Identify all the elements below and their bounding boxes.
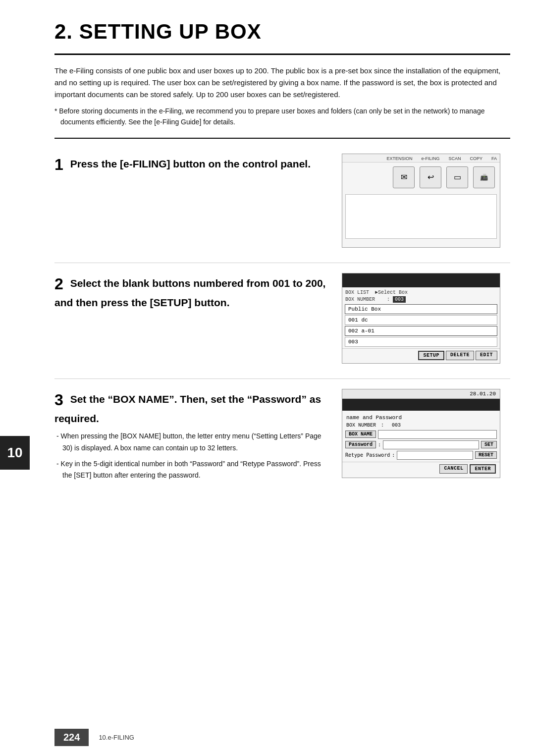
- panel3-retype-row: Retype Password : RESET: [345, 451, 497, 460]
- cancel-button[interactable]: CANCEL: [439, 464, 468, 474]
- step-1-heading: 1 Press the [e-FILING] button on the con…: [54, 154, 327, 176]
- step-2-panel: BOX LIST ►Select Box BOX NUMBER : 003 Pu…: [342, 273, 510, 364]
- label-copy: COPY: [470, 156, 482, 161]
- footer-label: 10.e-FILING: [99, 734, 134, 741]
- box-item-public[interactable]: Public Box: [345, 304, 497, 314]
- efiling-button[interactable]: ✉: [393, 166, 415, 188]
- intro-note: * Before storing documents in the e-Fili…: [54, 106, 510, 128]
- box-item-002[interactable]: 002 a-01: [345, 326, 497, 336]
- step-3-bullet-1: When pressing the [BOX NAME] button, the…: [54, 431, 327, 454]
- label-extension: EXTENSION: [386, 156, 412, 161]
- box-name-input[interactable]: [378, 430, 497, 439]
- box-list-panel: BOX LIST ►Select Box BOX NUMBER : 003 Pu…: [342, 273, 500, 364]
- page-title: 2. SETTING UP BOX: [54, 20, 510, 44]
- set-button[interactable]: SET: [481, 441, 497, 448]
- box-name-button[interactable]: BOX NAME: [345, 431, 376, 438]
- box-item-001[interactable]: 001 dc: [345, 315, 497, 325]
- title-rule: [54, 54, 510, 55]
- panel3-date: 28.01.20: [470, 391, 496, 397]
- step-3-number: 3: [54, 391, 63, 409]
- box-number-row: BOX NUMBER : 003: [342, 296, 500, 303]
- step-3-panel: 28.01.20 name and Password BOX NUMBER : …: [342, 389, 510, 478]
- step-3-heading-text: Set the “BOX NAME”. Then, set the “Passw…: [54, 393, 321, 424]
- step-1-heading-text: Press the [e-FILING] button on the contr…: [70, 158, 311, 169]
- reset-button[interactable]: RESET: [475, 451, 497, 459]
- step-2-left: 2 Select the blank buttons numbered from…: [54, 273, 327, 315]
- step-3-container: 3 Set the “BOX NAME”. Then, set the “Pas…: [54, 389, 510, 486]
- password-input[interactable]: [383, 440, 479, 449]
- edit-button[interactable]: EDIT: [476, 351, 497, 360]
- box-item-003[interactable]: 003: [345, 337, 497, 347]
- delete-button[interactable]: DELETE: [446, 351, 474, 360]
- step-separator-1: [54, 263, 510, 263]
- box-number-value: 003: [393, 296, 406, 303]
- enter-button[interactable]: ENTER: [470, 464, 496, 474]
- panel3-topbar: 28.01.20: [342, 389, 500, 399]
- page-tab: 10: [0, 436, 30, 470]
- step-3-left: 3 Set the “BOX NAME”. Then, set the “Pas…: [54, 389, 327, 486]
- panel3-footer: CANCEL ENTER: [342, 462, 500, 475]
- control-panel-image: EXTENSION e-FILING SCAN COPY FA ✉ ↩ ▭ 📠: [342, 154, 500, 248]
- panel3-black-bar: [342, 399, 500, 411]
- panel-top-bar: EXTENSION e-FILING SCAN COPY FA: [342, 154, 500, 162]
- step-1-left: 1 Press the [e-FILING] button on the con…: [54, 154, 327, 181]
- step-3-heading: 3 Set the “BOX NAME”. Then, set the “Pas…: [54, 389, 327, 426]
- step-2-number: 2: [54, 275, 63, 293]
- retype-password-label: Retype Password: [345, 452, 390, 458]
- panel3-box-number-value: 003: [392, 423, 401, 428]
- label-fa: FA: [491, 156, 497, 161]
- intro-section: The e-Filing consists of one public box …: [54, 65, 510, 139]
- step-2-container: 2 Select the blank buttons numbered from…: [54, 273, 510, 364]
- step-3-bullet-2: Key in the 5-digit identical number in b…: [54, 458, 327, 482]
- panel-buttons-row: ✉ ↩ ▭ 📠: [342, 162, 500, 192]
- name-password-panel: 28.01.20 name and Password BOX NUMBER : …: [342, 389, 500, 478]
- panel-footer-buttons: SETUP DELETE EDIT: [342, 348, 500, 361]
- panel3-box-number-label: BOX NUMBER: [346, 423, 376, 428]
- page-footer: 224 10.e-FILING: [30, 729, 535, 746]
- intro-paragraph: The e-Filing consists of one public box …: [54, 65, 510, 101]
- setup-button[interactable]: SETUP: [418, 351, 444, 360]
- label-efiling: e-FILING: [421, 156, 439, 161]
- scan-button[interactable]: ↩: [420, 166, 441, 188]
- box-list-header: BOX LIST ►Select Box: [342, 289, 500, 296]
- step-1-panel: EXTENSION e-FILING SCAN COPY FA ✉ ↩ ▭ 📠: [342, 154, 510, 248]
- step-separator-2: [54, 378, 510, 379]
- fa-button[interactable]: 📠: [473, 166, 495, 188]
- copy-button[interactable]: ▭: [446, 166, 468, 188]
- step-2-heading: 2 Select the blank buttons numbered from…: [54, 273, 327, 310]
- password-button[interactable]: Password: [345, 441, 376, 448]
- panel3-section-title: name and Password: [342, 413, 500, 422]
- panel3-boxname-row: BOX NAME: [345, 430, 497, 439]
- panel-header-black: [342, 273, 500, 287]
- label-scan: SCAN: [448, 156, 461, 161]
- step-3-body: When pressing the [BOX NAME] button, the…: [54, 431, 327, 482]
- step-2-heading-text: Select the blank buttons numbered from 0…: [54, 277, 325, 308]
- step-1-number: 1: [54, 156, 63, 173]
- step-1-container: 1 Press the [e-FILING] button on the con…: [54, 154, 510, 248]
- footer-page-number: 224: [54, 729, 89, 746]
- retype-password-input[interactable]: [397, 451, 473, 460]
- tab-number: 10: [7, 445, 22, 460]
- panel3-password-row: Password : SET: [345, 440, 497, 449]
- panel3-box-number-row: BOX NUMBER : 003: [342, 422, 500, 429]
